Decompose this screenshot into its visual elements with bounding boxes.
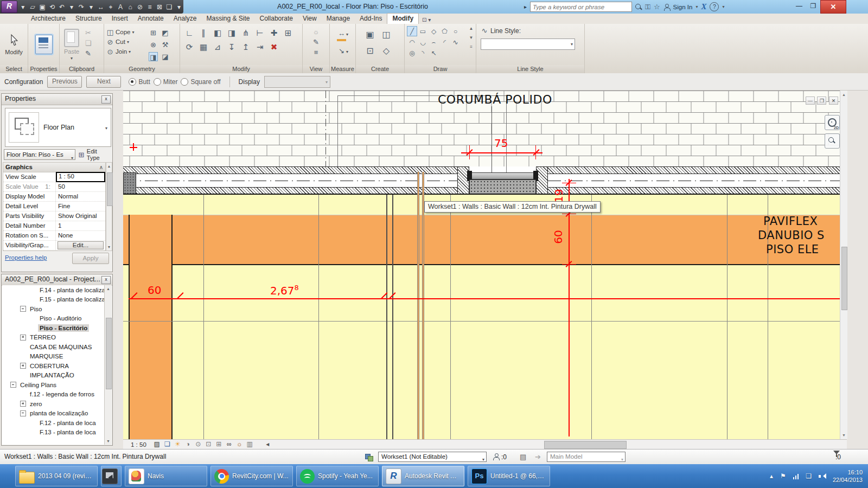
undo-icon[interactable]: ↶	[58, 1, 66, 13]
app-menu-arrow-icon[interactable]: ▾	[18, 1, 27, 13]
property-row[interactable]: View Scale 1 : 50	[3, 172, 105, 182]
aligned-dimension-icon[interactable]: ⌖	[106, 1, 115, 13]
join-type-radio[interactable]: Miter	[154, 78, 178, 86]
dimension-60v-text[interactable]: 60	[552, 230, 565, 243]
worksharing-display-icon[interactable]: ▥	[245, 440, 255, 449]
taskbar-item-spotify[interactable]: Spotify - Yeah Ye...	[296, 466, 379, 486]
rotate-icon[interactable]: ⟳	[183, 41, 195, 53]
vertical-scrollbar[interactable]: ▲ ▼	[840, 91, 847, 439]
move-icon[interactable]: ✚	[268, 27, 280, 39]
join-type-radio[interactable]: Square off	[181, 78, 220, 86]
offset-icon[interactable]: ∥	[197, 27, 209, 39]
open-icon[interactable]: ▱	[28, 1, 37, 13]
floor-band-yellow-lower[interactable]	[123, 265, 840, 439]
floor-band-orange[interactable]	[123, 215, 840, 265]
ribbon-tab[interactable]: Architecture	[26, 14, 71, 24]
restore-button[interactable]: ❐	[806, 0, 820, 14]
wall-joins-icon[interactable]: ⊞	[149, 28, 158, 37]
floor-label-line2[interactable]: DANUBIO S	[758, 229, 825, 242]
cut-icon[interactable]: ✂	[84, 28, 93, 37]
taskbar-item-folder[interactable]: 2013 04 09 (revisa...	[15, 466, 98, 486]
dimension-horizontal-line[interactable]	[129, 298, 840, 299]
join-button[interactable]: ⊙Join▾	[104, 47, 149, 56]
delete-icon[interactable]: ✖	[268, 41, 280, 53]
unpin-icon[interactable]: ↥	[240, 41, 252, 53]
thin-lines-icon[interactable]: ≡	[145, 1, 154, 13]
ribbon-tab[interactable]: Collaborate	[255, 14, 298, 24]
switch-windows-icon[interactable]: ❏	[165, 1, 174, 13]
property-row[interactable]: Scale Value 1: 50	[3, 182, 105, 192]
mirror-draw-axis-icon[interactable]: ◨	[226, 27, 238, 39]
graphics-section-header[interactable]: Graphics∧	[3, 163, 105, 172]
tree-item[interactable]: COBERTURA	[2, 361, 105, 371]
ribbon-tab[interactable]: Modify	[387, 13, 419, 24]
tree-expander-icon[interactable]	[20, 363, 26, 369]
cut-geometry-button[interactable]: ⊘Cut▾	[104, 37, 149, 47]
minimize-button[interactable]: —	[792, 0, 806, 14]
tree-expander-icon[interactable]	[20, 410, 26, 416]
slab-section-left[interactable]	[123, 166, 457, 195]
search-icon[interactable]	[635, 4, 642, 10]
tray-expand-icon[interactable]: ▴	[770, 472, 773, 480]
cope-button[interactable]: ◫Cope▾	[104, 27, 149, 37]
spline-tool[interactable]: ∿	[450, 37, 461, 47]
scroll-left-icon[interactable]: ◂	[263, 440, 273, 449]
default-3d-view-icon[interactable]: ⌂	[126, 1, 135, 13]
override-graphics-icon[interactable]: ✎	[311, 37, 321, 47]
properties-help-link[interactable]: Properties help	[5, 254, 47, 261]
ribbon-display-toggle-icon[interactable]: ⊡ ▾	[419, 16, 434, 24]
line-style-select[interactable]: ▾	[481, 38, 575, 50]
design-option-select[interactable]: Main Model▾	[547, 452, 626, 462]
match-type-icon[interactable]: ✎	[84, 49, 93, 58]
action-center-flag-icon[interactable]: ⚑	[780, 472, 786, 480]
array-icon[interactable]: ▦	[197, 41, 209, 53]
panel-label-view[interactable]: View	[303, 65, 329, 73]
mirror-pick-axis-icon[interactable]: ◧	[212, 27, 224, 39]
ribbon-tab[interactable]: Add-Ins	[355, 14, 387, 24]
section-icon[interactable]: ⊘	[136, 1, 144, 13]
panel-label-geometry[interactable]: Geometry	[104, 65, 180, 73]
display-icon[interactable]: ❏	[806, 472, 812, 480]
join-type-radio[interactable]: Butt	[129, 78, 150, 86]
favorites-star-icon[interactable]: ☆	[654, 2, 660, 12]
taskbar-item-navisworks[interactable]: Navis	[125, 466, 207, 486]
workset-select[interactable]: Workset1 (Not Editable)▾	[378, 452, 487, 462]
revit-app-button[interactable]: R	[1, 1, 17, 13]
panel-label-select[interactable]: Select	[0, 65, 28, 73]
tree-item[interactable]: Piso - Auditório	[2, 314, 105, 324]
drawing-area[interactable]: 75 19 60 60 2,678 CORUMBÁ POLIDO PAVIFLE…	[123, 91, 840, 439]
ribbon-tab[interactable]: Insert	[107, 14, 133, 24]
legend-component-icon[interactable]: ◇	[380, 44, 393, 57]
column-strip[interactable]	[129, 215, 173, 439]
redo-icon[interactable]: ↷	[77, 1, 86, 13]
trim-extend-icon[interactable]: ⊢	[254, 27, 266, 39]
show-rendering-icon[interactable]: ⊙	[193, 440, 203, 449]
crop-view-icon[interactable]: ⊡	[203, 440, 214, 449]
floor-label-line3[interactable]: PISO ELE	[766, 243, 819, 256]
taskbar-item-app[interactable]	[101, 466, 122, 486]
search-input[interactable]	[530, 2, 632, 12]
worksharing-display-icon[interactable]: ➔	[535, 453, 541, 461]
material-label[interactable]: CORUMBÁ POLIDO	[438, 93, 552, 106]
view-scale-control[interactable]: 1 : 50	[123, 441, 152, 448]
tree-item[interactable]: planta de localização	[2, 409, 105, 419]
copy-icon[interactable]: ❏	[84, 38, 93, 48]
drywall-line[interactable]	[417, 172, 419, 439]
paint-icon[interactable]: ◨	[149, 52, 158, 61]
beam-joins-icon[interactable]: ◩	[161, 28, 170, 37]
partial-ellipse-tool[interactable]: ◝	[418, 48, 428, 58]
dimension-vertical-line[interactable]	[569, 179, 570, 436]
network-icon[interactable]	[793, 473, 799, 479]
sign-in-arrow-icon[interactable]: ▾	[695, 4, 698, 9]
split-face-icon[interactable]: ◪	[161, 52, 170, 61]
tree-item[interactable]: Ceiling Plans	[2, 380, 105, 390]
next-button[interactable]: Next	[86, 76, 121, 88]
sun-path-icon[interactable]: ☀	[173, 440, 183, 449]
undo-dropdown-icon[interactable]: ▾	[67, 1, 76, 13]
tangent-arc-tool[interactable]: ⌢	[429, 37, 439, 47]
reveal-hidden-elements-icon[interactable]: ☼	[234, 440, 245, 449]
dimension-tool-icon[interactable]: ↘▾	[337, 46, 348, 55]
view-restore-icon[interactable]: ❐	[817, 97, 826, 105]
tree-item[interactable]: zero	[2, 399, 105, 409]
pick-lines-tool[interactable]: ↖	[429, 48, 439, 58]
